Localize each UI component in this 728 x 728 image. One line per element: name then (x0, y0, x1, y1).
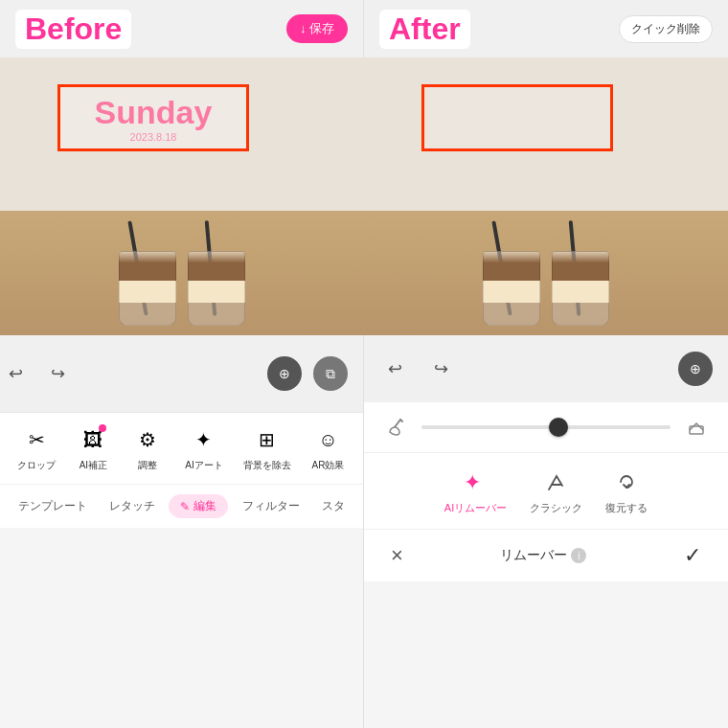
tool-ai-art[interactable]: ✦ AIアート (185, 424, 222, 472)
right-toolbar-row1: ↩ ↪ ⊕ (364, 335, 728, 402)
ai-remover-icon: ✦ (458, 466, 494, 497)
right-coffee-glass-left (483, 239, 540, 326)
undo-icon: ↩ (9, 363, 23, 384)
coffee-glasses (119, 239, 245, 326)
brush-icon (379, 412, 410, 443)
ai-art-icon: ✦ (187, 424, 221, 455)
glass-body-right (188, 251, 245, 326)
slider-fill (421, 425, 558, 429)
nav-sta[interactable]: スタ (314, 494, 353, 518)
center-icon-circle[interactable]: ⊕ (267, 356, 302, 391)
nav-retouch[interactable]: レタッチ (102, 494, 163, 518)
left-nav-row: テンプレート レタッチ ✎ 編集 フィルター スタ (0, 484, 363, 528)
left-panel: Before ↓ 保存 Sunday 2023.8.18 (0, 0, 364, 728)
right-coffee-glass-right (552, 239, 609, 326)
right-panel: After クイック削除 (364, 0, 728, 728)
edit-label: 編集 (193, 498, 216, 514)
adjust-icon: ⚙ (130, 424, 165, 455)
right-coffee-glasses (483, 239, 609, 326)
bg-remove-label: 背景を除去 (243, 459, 291, 472)
right-undo-button[interactable]: ↩ (379, 353, 410, 384)
right-redo-icon: ↪ (434, 358, 448, 379)
quick-delete-button[interactable]: クイック削除 (619, 15, 713, 43)
ar-icon: ☺ (311, 424, 346, 455)
glass-body-left (119, 251, 176, 326)
mode-classic[interactable]: クラシック (530, 466, 582, 515)
eraser-icon[interactable] (682, 412, 713, 443)
undo-button[interactable]: ↩ (0, 358, 31, 389)
classic-icon (538, 466, 575, 497)
right-center-icon-circle[interactable]: ⊕ (678, 352, 713, 386)
date-text: 2023.8.18 (130, 131, 177, 143)
redo-button[interactable]: ↪ (42, 358, 73, 389)
right-glass-body-right (552, 251, 609, 326)
right-glass-body-left (483, 251, 540, 326)
left-tools-row: ✂ クロップ 🖼 AI補正 ⚙ 調整 ✦ AIアート (0, 412, 363, 484)
after-overlay-box (421, 84, 613, 151)
sunday-text: Sunday (95, 94, 213, 131)
close-button[interactable]: × (383, 539, 411, 572)
left-spacer: ↩ ↪ ⊕ ⧉ (0, 335, 363, 412)
redo-icon: ↪ (51, 363, 65, 384)
svg-text:✦: ✦ (464, 470, 481, 494)
save-button[interactable]: ↓ 保存 (286, 14, 348, 43)
bg-remove-icon: ⊞ (250, 424, 284, 455)
tool-adjust[interactable]: ⚙ 調整 (130, 424, 165, 472)
slider-thumb[interactable] (549, 418, 568, 437)
right-bottom: ↩ ↪ ⊕ (364, 335, 728, 728)
center-icon: ⊕ (279, 366, 290, 381)
tool-crop[interactable]: ✂ クロップ (17, 424, 56, 472)
layers-icon: ⧉ (326, 366, 335, 382)
tool-bg-remove[interactable]: ⊞ 背景を除去 (243, 424, 291, 472)
tool-ar[interactable]: ☺ AR効果 (311, 424, 346, 472)
nav-edit[interactable]: ✎ 編集 (169, 494, 228, 518)
ar-label: AR効果 (312, 459, 345, 472)
right-coffee-background (364, 57, 728, 335)
after-label: After (379, 10, 470, 49)
confirm-button[interactable]: ✓ (676, 539, 709, 572)
ai-remover-label: AIリムーバー (444, 501, 507, 515)
right-center-icon: ⊕ (690, 361, 701, 376)
right-redo-button[interactable]: ↪ (425, 353, 456, 384)
badge-dot (99, 424, 106, 432)
red-arrow: → (358, 176, 364, 216)
left-top-bar: Before ↓ 保存 (0, 0, 363, 57)
left-bottom: ↩ ↪ ⊕ ⧉ ✂ クロップ (0, 335, 363, 728)
main-container: Before ↓ 保存 Sunday 2023.8.18 (0, 0, 728, 728)
right-image-area (364, 57, 728, 335)
layers-icon-circle[interactable]: ⧉ (313, 356, 348, 391)
ai-correct-icon: 🖼 (76, 424, 110, 455)
nav-template[interactable]: テンプレート (11, 494, 95, 518)
right-bottom-nav: × リムーバー i ✓ (364, 529, 728, 581)
ai-art-label: AIアート (185, 459, 222, 472)
brush-size-slider[interactable] (421, 425, 671, 429)
right-mode-row: ✦ AIリムーバー クラシック (364, 452, 728, 529)
mode-restore[interactable]: 復元する (605, 466, 648, 515)
before-label: Before (15, 10, 131, 49)
edit-icon: ✎ (180, 500, 190, 513)
coffee-background: Sunday 2023.8.18 (0, 57, 364, 335)
nav-filter[interactable]: フィルター (235, 494, 307, 518)
undo-redo-group: ↩ ↪ (379, 353, 456, 384)
brush-slider-row (364, 402, 728, 452)
coffee-glass-right (188, 239, 245, 326)
restore-icon (608, 466, 645, 497)
crop-label: クロップ (17, 459, 56, 472)
restore-label: 復元する (605, 501, 648, 515)
ai-correct-label: AI補正 (80, 459, 107, 472)
tool-ai-correct[interactable]: 🖼 AI補正 (76, 424, 110, 472)
mode-ai-remover[interactable]: ✦ AIリムーバー (444, 466, 507, 515)
info-icon: i (571, 548, 586, 563)
classic-label: クラシック (530, 501, 582, 515)
left-image-area: Sunday 2023.8.18 → (0, 57, 364, 335)
sunday-text-overlay: Sunday 2023.8.18 (57, 84, 249, 151)
right-top-bar: After クイック削除 (364, 0, 728, 57)
crop-icon: ✂ (19, 424, 54, 455)
coffee-glass-left (119, 239, 176, 326)
remover-label: リムーバー i (500, 547, 586, 564)
adjust-label: 調整 (138, 459, 157, 472)
right-undo-icon: ↩ (388, 358, 402, 379)
